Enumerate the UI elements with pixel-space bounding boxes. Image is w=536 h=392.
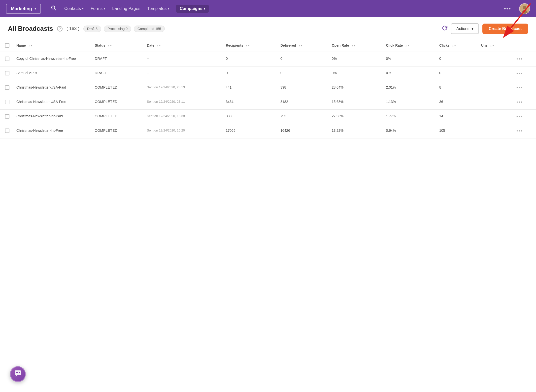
- col-header-open-rate[interactable]: Open Rate ▲▼: [328, 39, 383, 52]
- row-open-rate-5: 13.22%: [328, 124, 383, 138]
- actions-button[interactable]: Actions ▾: [451, 23, 479, 34]
- row-checkbox-cell: [0, 110, 13, 124]
- col-header-uns[interactable]: Uns ▲▼: [478, 39, 513, 52]
- row-actions-dots-4[interactable]: •••: [516, 114, 523, 119]
- row-actions-1[interactable]: •••: [513, 66, 536, 81]
- broadcasts-table-container: Name ▲▼ Status ▲▼ Date ▲▼ Recipients ▲▼: [0, 39, 536, 138]
- nav-forms-chevron: ▾: [104, 7, 105, 10]
- row-open-rate-0: 0%: [328, 52, 383, 66]
- nav-link-campaigns[interactable]: Campaigns ▾: [176, 5, 209, 13]
- row-actions-5[interactable]: •••: [513, 124, 536, 138]
- row-open-rate-1: 0%: [328, 66, 383, 81]
- col-header-status[interactable]: Status ▲▼: [91, 39, 143, 52]
- row-clicks-5: 105: [436, 124, 477, 138]
- col-header-click-rate[interactable]: Click Rate ▲▼: [382, 39, 436, 52]
- more-options-icon[interactable]: •••: [504, 5, 511, 12]
- open-rate-sort-icon: ▲▼: [351, 44, 356, 47]
- col-header-clicks[interactable]: Clicks ▲▼: [436, 39, 477, 52]
- col-header-recipients[interactable]: Recipients ▲▼: [222, 39, 277, 52]
- refresh-button[interactable]: [442, 25, 447, 32]
- table-row: Christmas-Newsletter-Int-Free COMPLETED …: [0, 124, 536, 138]
- draft-badge[interactable]: Draft 8: [83, 26, 101, 32]
- select-all-checkbox[interactable]: [5, 43, 9, 48]
- row-actions-0[interactable]: •••: [513, 52, 536, 66]
- user-avatar[interactable]: [519, 3, 530, 14]
- row-delivered-5: 16426: [277, 124, 328, 138]
- status-sort-icon: ▲▼: [108, 44, 112, 47]
- help-icon[interactable]: ?: [57, 26, 63, 32]
- row-name-1: Samuel zTest: [13, 66, 91, 81]
- row-checkbox-cell: [0, 124, 13, 138]
- table-row: Samuel zTest DRAFT -- 0 0 0% 0% 0 •••: [0, 66, 536, 81]
- row-checkbox-0[interactable]: [5, 57, 9, 61]
- select-all-header[interactable]: [0, 39, 13, 52]
- chat-bubble-button[interactable]: [10, 366, 26, 382]
- row-name-3: Christmas-Newsletter-USA-Free: [13, 95, 91, 110]
- completed-badge[interactable]: Completed 155: [134, 26, 165, 32]
- create-broadcast-button[interactable]: Create Broadcast: [482, 24, 528, 34]
- row-click-rate-5: 0.64%: [382, 124, 436, 138]
- clicks-sort-icon: ▲▼: [452, 44, 456, 47]
- nav-link-forms[interactable]: Forms ▾: [91, 6, 105, 11]
- broadcasts-table: Name ▲▼ Status ▲▼ Date ▲▼ Recipients ▲▼: [0, 39, 536, 138]
- row-actions-4[interactable]: •••: [513, 110, 536, 124]
- row-actions-2[interactable]: •••: [513, 81, 536, 95]
- row-checkbox-1[interactable]: [5, 71, 9, 75]
- row-open-rate-2: 28.64%: [328, 81, 383, 95]
- nav-campaigns-label: Campaigns: [180, 6, 202, 11]
- row-checkbox-5[interactable]: [5, 129, 9, 133]
- row-actions-dots-0[interactable]: •••: [516, 57, 523, 62]
- header-right: Actions ▾ Create Broadcast: [442, 23, 528, 34]
- row-delivered-4: 793: [277, 110, 328, 124]
- top-navigation: Marketing ▾ Contacts ▾ Forms ▾ Landing P…: [0, 0, 536, 17]
- row-recipients-4: 830: [222, 110, 277, 124]
- row-clicks-3: 36: [436, 95, 477, 110]
- row-uns-3: [478, 95, 513, 110]
- row-checkbox-3[interactable]: [5, 100, 9, 104]
- status-badges: Draft 8 Processing 0 Completed 155: [83, 26, 165, 32]
- date-sort-icon: ▲▼: [157, 44, 161, 47]
- nav-link-landing-pages[interactable]: Landing Pages: [112, 6, 140, 11]
- row-clicks-0: 0: [436, 52, 477, 66]
- row-checkbox-cell: [0, 95, 13, 110]
- row-checkbox-cell: [0, 81, 13, 95]
- row-actions-dots-1[interactable]: •••: [516, 71, 523, 76]
- row-click-rate-3: 1.13%: [382, 95, 436, 110]
- row-recipients-0: 0: [222, 52, 277, 66]
- brand-label: Marketing: [11, 6, 32, 11]
- table-row: Christmas-Newsletter-USA-Paid COMPLETED …: [0, 81, 536, 95]
- table-row: Christmas-Newsletter-Int-Paid COMPLETED …: [0, 110, 536, 124]
- table-row: Copy of Christmas-Newsletter-Int-Free DR…: [0, 52, 536, 66]
- nav-contacts-chevron: ▾: [82, 7, 84, 10]
- row-status-2: COMPLETED: [91, 81, 143, 95]
- row-click-rate-0: 0%: [382, 52, 436, 66]
- actions-label: Actions: [456, 27, 469, 31]
- search-icon[interactable]: [51, 5, 56, 12]
- row-name-0: Copy of Christmas-Newsletter-Int-Free: [13, 52, 91, 66]
- nav-forms-label: Forms: [91, 6, 102, 11]
- page-content: All Broadcasts ? ( 163 ) Draft 8 Process…: [0, 17, 536, 392]
- row-uns-0: [478, 52, 513, 66]
- nav-link-templates[interactable]: Templates ▾: [147, 6, 169, 11]
- row-status-4: COMPLETED: [91, 110, 143, 124]
- col-header-name[interactable]: Name ▲▼: [13, 39, 91, 52]
- nav-link-contacts[interactable]: Contacts ▾: [64, 6, 84, 11]
- table-row: Christmas-Newsletter-USA-Free COMPLETED …: [0, 95, 536, 110]
- row-checkbox-4[interactable]: [5, 114, 9, 119]
- col-header-date[interactable]: Date ▲▼: [143, 39, 222, 52]
- row-checkbox-2[interactable]: [5, 85, 9, 90]
- row-click-rate-2: 2.01%: [382, 81, 436, 95]
- brand-menu-button[interactable]: Marketing ▾: [6, 4, 41, 14]
- row-recipients-5: 17065: [222, 124, 277, 138]
- svg-rect-10: [19, 372, 20, 373]
- row-recipients-3: 3464: [222, 95, 277, 110]
- row-actions-dots-5[interactable]: •••: [516, 129, 523, 133]
- col-header-delivered[interactable]: Delivered ▲▼: [277, 39, 328, 52]
- row-actions-3[interactable]: •••: [513, 95, 536, 110]
- help-icon-label: ?: [59, 27, 61, 31]
- chat-bubble-icon: [14, 370, 22, 379]
- row-actions-dots-3[interactable]: •••: [516, 100, 523, 105]
- processing-badge[interactable]: Processing 0: [104, 26, 131, 32]
- row-actions-dots-2[interactable]: •••: [516, 85, 523, 90]
- row-status-3: COMPLETED: [91, 95, 143, 110]
